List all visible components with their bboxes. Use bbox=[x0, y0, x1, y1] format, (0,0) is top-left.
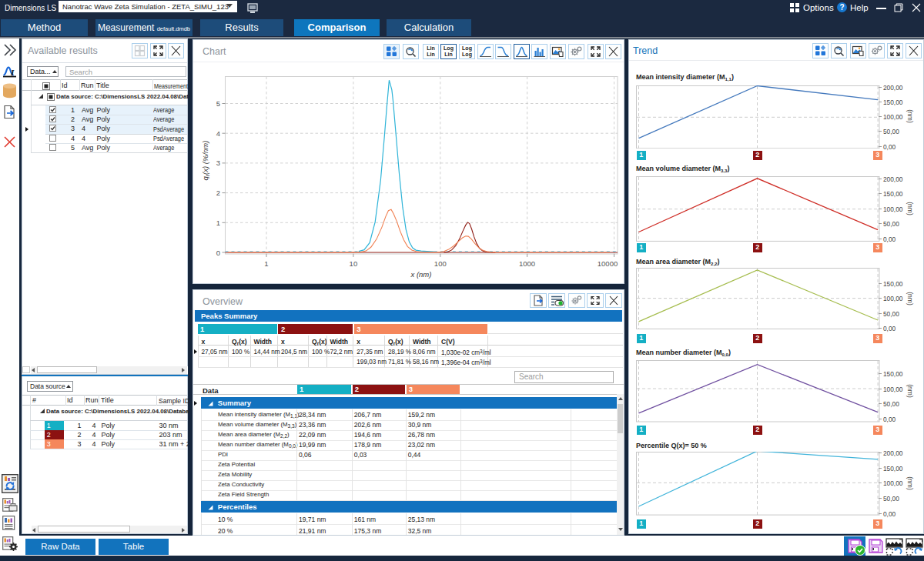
svg-text:1: 1 bbox=[264, 259, 268, 268]
svg-text:4: 4 bbox=[216, 129, 220, 138]
svg-text:x (nm): x (nm) bbox=[410, 270, 432, 279]
svg-text:0: 0 bbox=[216, 249, 220, 257]
svg-text:100: 100 bbox=[434, 259, 447, 268]
svg-text:5: 5 bbox=[216, 99, 220, 108]
svg-text:10000: 10000 bbox=[598, 259, 618, 268]
svg-text:qr(x) (%/nm): qr(x) (%/nm) bbox=[201, 141, 210, 181]
svg-text:3: 3 bbox=[216, 159, 220, 167]
svg-text:1000: 1000 bbox=[519, 259, 535, 268]
svg-text:1: 1 bbox=[216, 219, 220, 227]
svg-text:2: 2 bbox=[216, 189, 220, 197]
svg-text:I: I bbox=[10, 68, 15, 77]
svg-text:10: 10 bbox=[350, 259, 358, 268]
